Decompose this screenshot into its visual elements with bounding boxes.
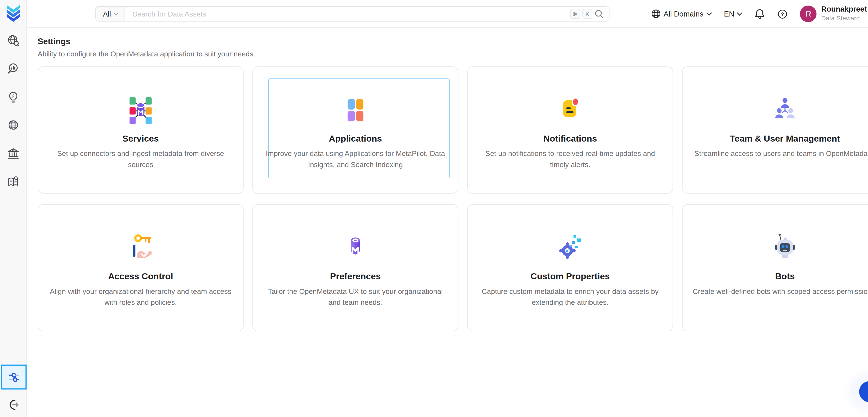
user-name: Rounakpreet	[821, 5, 867, 14]
topbar: All ⌘ K All Domains	[27, 0, 868, 28]
page-title: Settings	[37, 36, 868, 46]
card-title: Preferences	[330, 271, 381, 282]
card-description: Streamline access to users and teams in …	[694, 148, 868, 159]
user-menu[interactable]: R Rounakpreet Data Steward	[800, 5, 867, 23]
logout-icon[interactable]	[7, 398, 20, 411]
sidebar-item-govern[interactable]	[7, 147, 19, 159]
sidebar-item-knowledge-center[interactable]	[7, 175, 19, 188]
card-access-control[interactable]: Access Control Align with your organizat…	[37, 204, 243, 331]
card-description: Set up notifications to received real-ti…	[476, 148, 664, 170]
settings-card-grid: Services Set up connectors and ingest me…	[37, 66, 868, 331]
search-scope-select[interactable]: All	[96, 7, 125, 21]
card-description: Set up connectors and ingest metadata fr…	[46, 148, 235, 170]
card-bots[interactable]: Bots Create well-defined bots with scope…	[682, 204, 868, 331]
card-description: Capture custom metadata to enrich your d…	[476, 286, 664, 308]
sidebar-item-explore[interactable]	[7, 34, 19, 46]
language-selector[interactable]: EN	[724, 10, 743, 18]
card-notifications[interactable]: Notifications Set up notifications to re…	[467, 66, 673, 193]
services-network-icon	[125, 94, 156, 124]
avatar: R	[800, 6, 817, 22]
card-title: Notifications	[544, 134, 597, 144]
global-search: All ⌘ K	[95, 6, 610, 22]
user-role: Data Steward	[821, 14, 867, 23]
hand-key-icon	[125, 231, 156, 262]
card-title: Bots	[775, 271, 795, 282]
left-sidebar	[0, 0, 27, 417]
card-applications[interactable]: Applications Improve your data using App…	[252, 66, 458, 193]
sidebar-item-domains[interactable]	[7, 119, 19, 131]
card-description: Tailor the OpenMetadata UX to suit your …	[261, 286, 450, 308]
page-subtitle: Ability to configure the OpenMetadata ap…	[37, 50, 868, 58]
language-label: EN	[724, 10, 734, 18]
domain-selector[interactable]: All Domains	[651, 9, 712, 19]
card-title: Custom Properties	[531, 271, 610, 282]
sidebar-item-settings[interactable]	[1, 365, 26, 389]
app-root: All ⌘ K All Domains	[0, 0, 868, 417]
user-names: Rounakpreet Data Steward	[821, 5, 867, 23]
sidebar-nav	[7, 34, 19, 188]
card-title: Access Control	[108, 271, 173, 282]
gear-pixels-icon	[555, 231, 586, 262]
sidebar-item-observability[interactable]	[7, 62, 19, 75]
chevron-down-icon	[706, 12, 712, 15]
card-title: Applications	[329, 134, 382, 144]
card-description: Align with your organizational hierarchy…	[46, 286, 235, 308]
notifications-bell-icon[interactable]	[755, 8, 766, 20]
search-icon[interactable]	[594, 9, 604, 19]
search-input[interactable]	[125, 7, 570, 21]
domain-selector-label: All Domains	[663, 10, 703, 18]
robot-icon	[770, 231, 800, 262]
openmetadata-logo-icon	[340, 231, 371, 262]
card-title: Team & User Management	[730, 134, 840, 144]
card-preferences[interactable]: Preferences Tailor the OpenMetadata UX t…	[252, 204, 458, 331]
globe-icon	[651, 9, 661, 19]
card-title: Services	[122, 134, 159, 144]
card-custom-properties[interactable]: Custom Properties Capture custom metadat…	[467, 204, 673, 331]
search-scope-label: All	[103, 10, 111, 18]
cmd-key-badge: ⌘	[570, 9, 580, 19]
settings-page: Settings Ability to configure the OpenMe…	[27, 28, 868, 417]
team-users-icon	[770, 94, 800, 124]
card-description: Create well-defined bots with scoped acc…	[693, 286, 868, 297]
card-team-user-management[interactable]: Team & User Management Streamline access…	[682, 66, 868, 193]
k-key-badge: K	[582, 9, 592, 19]
help-icon[interactable]: ?	[777, 8, 788, 19]
sidebar-item-insights[interactable]	[7, 91, 19, 103]
chevron-down-icon	[114, 12, 119, 15]
notification-note-icon	[555, 94, 586, 124]
svg-text:?: ?	[781, 11, 784, 17]
sidebar-bottom	[0, 365, 27, 411]
chevron-down-icon	[737, 12, 743, 15]
openmetadata-logo-icon[interactable]	[5, 4, 21, 22]
topbar-right: All Domains EN ? R	[651, 0, 868, 28]
search-end: ⌘ K	[570, 9, 609, 19]
card-services[interactable]: Services Set up connectors and ingest me…	[37, 66, 243, 193]
applications-tiles-icon	[340, 94, 371, 124]
card-description: Improve your data using Applications for…	[261, 148, 450, 170]
